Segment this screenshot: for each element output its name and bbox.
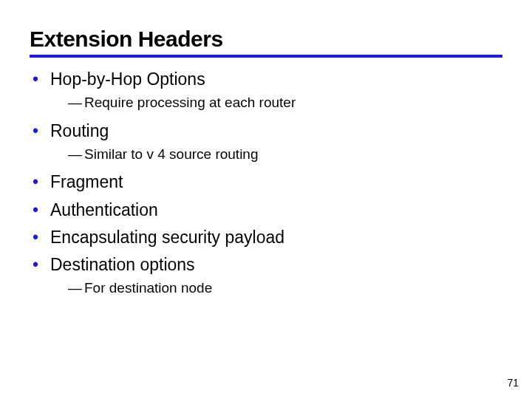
title-underline <box>30 55 502 58</box>
sub-label: Require processing at each router <box>84 95 296 110</box>
list-item: Destination options —For destination nod… <box>30 253 502 298</box>
sub-label: Similar to v 4 source routing <box>84 146 259 162</box>
list-item: Authentication <box>30 199 502 222</box>
item-label: Destination options <box>50 255 195 274</box>
sub-item: —Require processing at each router <box>68 94 502 112</box>
dash-icon: — <box>68 94 84 112</box>
list-item: Hop-by-Hop Options —Require processing a… <box>30 68 502 112</box>
sub-item: —For destination node <box>68 279 502 298</box>
bullet-list: Hop-by-Hop Options —Require processing a… <box>30 68 502 297</box>
item-label: Authentication <box>50 200 158 219</box>
dash-icon: — <box>68 146 84 164</box>
list-item: Fragment <box>30 171 502 194</box>
sub-item: —Similar to v 4 source routing <box>68 146 502 164</box>
item-label: Hop-by-Hop Options <box>50 69 205 89</box>
sub-label: For destination node <box>84 280 212 296</box>
item-label: Routing <box>50 121 109 140</box>
item-label: Fragment <box>50 172 123 191</box>
slide-title: Extension Headers <box>30 27 502 52</box>
dash-icon: — <box>68 279 84 298</box>
list-item: Routing —Similar to v 4 source routing <box>30 120 502 164</box>
item-label: Encapsulating security payload <box>50 228 284 247</box>
page-number: 71 <box>507 377 519 389</box>
list-item: Encapsulating security payload <box>30 226 502 249</box>
slide: Extension Headers Hop-by-Hop Options —Re… <box>0 0 532 297</box>
